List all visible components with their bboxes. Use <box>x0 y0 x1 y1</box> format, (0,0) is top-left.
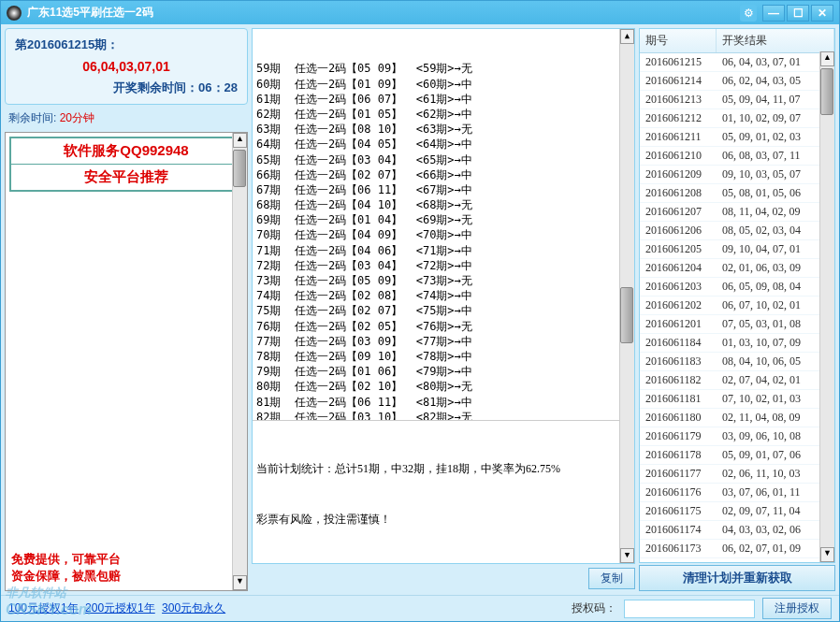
th-result[interactable]: 开奖结果 <box>717 29 834 52</box>
countdown-text: 开奖剩余时间：06：28 <box>15 80 238 96</box>
table-row[interactable]: 201606117306, 02, 07, 01, 09 <box>640 540 834 558</box>
table-row[interactable]: 201606120909, 10, 03, 05, 07 <box>640 166 834 184</box>
scroll-up-icon[interactable]: ▲ <box>233 133 247 148</box>
table-row[interactable]: 201606117805, 09, 01, 07, 06 <box>640 446 834 465</box>
footer: 100元授权1年 200元授权1年 300元包永久 授权码： 注册授权 <box>1 595 839 621</box>
table-row[interactable]: 201606118401, 03, 10, 07, 09 <box>640 334 834 353</box>
promo-platform: 安全平台推荐 <box>11 165 241 190</box>
scroll-thumb[interactable] <box>820 68 833 115</box>
table-row[interactable]: 201606117903, 09, 06, 10, 08 <box>640 427 834 446</box>
promo-panel: 软件服务QQ992948 安全平台推荐 免费提供，可靠平台 资金保障，被黑包赔 … <box>5 132 248 591</box>
scroll-down-icon[interactable]: ▼ <box>233 575 247 590</box>
table-row[interactable]: 201606121006, 08, 03, 07, 11 <box>640 147 834 166</box>
footer-links: 100元授权1年 200元授权1年 300元包永久 <box>8 600 564 616</box>
scroll-up-icon[interactable]: ▲ <box>820 51 834 66</box>
left-column: 第2016061215期： 06,04,03,07,01 开奖剩余时间：06：2… <box>5 28 248 591</box>
history-table: 期号 开奖结果 201606121506, 04, 03, 07, 012016… <box>639 28 835 563</box>
maximize-button[interactable]: ☐ <box>787 5 809 22</box>
table-row[interactable]: 201606120206, 07, 10, 02, 01 <box>640 297 834 315</box>
scroll-down-icon[interactable]: ▼ <box>620 548 634 563</box>
scroll-thumb[interactable] <box>620 287 633 343</box>
table-row[interactable]: 201606120107, 05, 03, 01, 08 <box>640 315 834 334</box>
app-window: 广东11选5平刷任选一2码 ⚙ — ☐ ✕ 第2016061215期： 06,0… <box>0 0 840 622</box>
current-period-box: 第2016061215期： 06,04,03,07,01 开奖剩余时间：06：2… <box>5 28 248 105</box>
table-row[interactable]: 201606120608, 05, 02, 03, 04 <box>640 222 834 240</box>
table-row[interactable]: 201606120306, 05, 09, 08, 04 <box>640 278 834 297</box>
middle-column: 59期 任选一2码【05 09】 <59期>→无 60期 任选一2码【01 09… <box>252 28 635 591</box>
table-row[interactable]: 201606121406, 02, 04, 03, 05 <box>640 72 834 91</box>
promo-scrollbar[interactable]: ▲ ▼ <box>232 133 247 590</box>
table-row[interactable]: 201606121305, 09, 04, 11, 07 <box>640 91 834 109</box>
app-icon <box>7 6 22 21</box>
register-auth-button[interactable]: 注册授权 <box>762 598 832 619</box>
table-row[interactable]: 201606117201, 04, 11, 10, 07 <box>640 558 834 562</box>
table-row[interactable]: 201606117603, 07, 06, 01, 11 <box>640 484 834 502</box>
link-200[interactable]: 200元授权1年 <box>85 601 155 615</box>
table-scrollbar[interactable]: ▲ ▼ <box>819 51 834 562</box>
table-row[interactable]: 201606120402, 01, 06, 03, 09 <box>640 259 834 278</box>
minimize-button[interactable]: — <box>762 5 785 22</box>
table-row[interactable]: 201606117702, 06, 11, 10, 03 <box>640 465 834 484</box>
auth-label: 授权码： <box>572 600 616 616</box>
stats-line2: 彩票有风险，投注需谨慎！ <box>256 511 616 528</box>
table-row[interactable]: 201606117502, 09, 07, 11, 04 <box>640 502 834 521</box>
table-row[interactable]: 201606117404, 03, 03, 02, 06 <box>640 521 834 540</box>
promo-top: 软件服务QQ992948 安全平台推荐 <box>9 137 243 192</box>
table-row[interactable]: 201606121105, 09, 01, 02, 03 <box>640 128 834 147</box>
plan-log: 59期 任选一2码【05 09】 <59期>→无 60期 任选一2码【01 09… <box>252 28 635 564</box>
log-scrollbar[interactable]: ▲ ▼ <box>619 29 634 563</box>
table-row[interactable]: 201606120708, 11, 04, 02, 09 <box>640 203 834 222</box>
content-area: 第2016061215期： 06,04,03,07,01 开奖剩余时间：06：2… <box>1 24 839 595</box>
th-period[interactable]: 期号 <box>640 29 717 52</box>
table-row[interactable]: 201606118002, 11, 04, 08, 09 <box>640 409 834 427</box>
table-body: 201606121506, 04, 03, 07, 01201606121406… <box>640 53 834 562</box>
titlebar: 广东11选5平刷任选一2码 ⚙ — ☐ ✕ <box>1 1 839 24</box>
table-row[interactable]: 201606121201, 10, 02, 09, 07 <box>640 109 834 128</box>
mid-buttons: 复制 <box>252 566 635 591</box>
draw-numbers: 06,04,03,07,01 <box>15 59 238 74</box>
window-title: 广东11选5平刷任选一2码 <box>27 5 740 21</box>
settings-icon[interactable]: ⚙ <box>740 5 757 22</box>
auth-code-input[interactable] <box>624 600 755 618</box>
scroll-up-icon[interactable]: ▲ <box>620 29 634 44</box>
scroll-thumb[interactable] <box>233 150 246 187</box>
copy-button[interactable]: 复制 <box>588 568 635 589</box>
table-row[interactable]: 201606121506, 04, 03, 07, 01 <box>640 53 834 72</box>
table-row[interactable]: 201606118107, 10, 02, 01, 03 <box>640 390 834 409</box>
link-100[interactable]: 100元授权1年 <box>8 601 79 615</box>
promo-service-qq: 软件服务QQ992948 <box>11 138 241 165</box>
table-row[interactable]: 201606120509, 10, 04, 07, 01 <box>640 240 834 259</box>
stats-box: 当前计划统计：总计51期，中32期，挂18期，中奖率为62.75% 彩票有风险，… <box>253 420 619 563</box>
stats-line1: 当前计划统计：总计51期，中32期，挂18期，中奖率为62.75% <box>256 460 616 477</box>
table-row[interactable]: 201606118308, 04, 10, 06, 05 <box>640 353 834 371</box>
close-button[interactable]: ✕ <box>811 5 833 22</box>
table-row[interactable]: 201606120805, 08, 01, 05, 06 <box>640 184 834 203</box>
table-header: 期号 开奖结果 <box>640 29 834 53</box>
scroll-down-icon[interactable]: ▼ <box>820 547 834 562</box>
right-column: 期号 开奖结果 201606121506, 04, 03, 07, 012016… <box>639 28 835 591</box>
promo-bottom-text: 免费提供，可靠平台 资金保障，被黑包赔 <box>11 551 121 585</box>
period-label: 第2016061215期： <box>15 36 238 53</box>
table-row[interactable]: 201606118202, 07, 04, 02, 01 <box>640 371 834 390</box>
clear-plan-button[interactable]: 清理计划并重新获取 <box>639 565 835 591</box>
link-300[interactable]: 300元包永久 <box>162 601 225 615</box>
remain-time: 剩余时间: 20分钟 <box>5 108 248 128</box>
